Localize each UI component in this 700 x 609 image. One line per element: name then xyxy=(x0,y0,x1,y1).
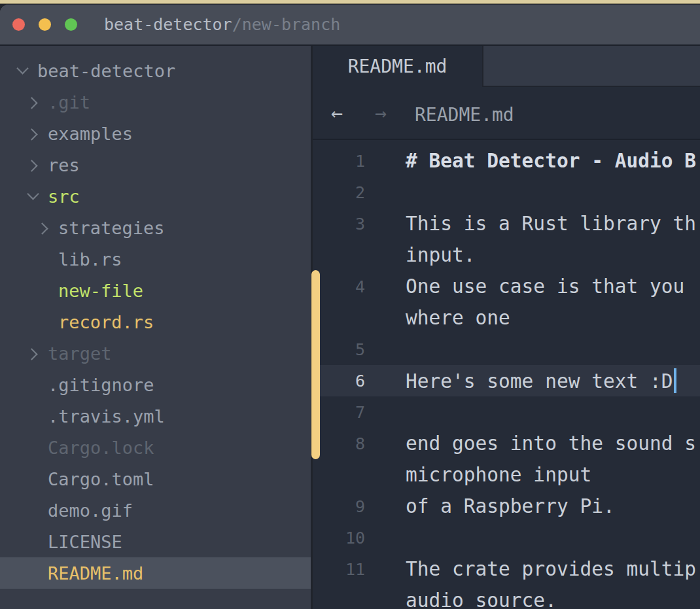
code-text: where one xyxy=(406,307,510,329)
code-text: The crate provides multip xyxy=(406,558,696,580)
file-tree-item-beat-detector[interactable]: beat-detector xyxy=(0,55,311,86)
code-line-wrap[interactable]: input. xyxy=(313,239,700,271)
file-tree-item-record-rs[interactable]: record.rs xyxy=(0,306,311,338)
chevron-placeholder xyxy=(25,440,41,455)
file-tree-label: target xyxy=(48,343,112,364)
chevron-down-icon[interactable] xyxy=(14,63,30,78)
line-number: 10 xyxy=(313,529,365,548)
file-tree-label: new-file xyxy=(58,281,143,301)
chevron-placeholder xyxy=(25,377,41,392)
chevron-placeholder xyxy=(25,502,41,518)
file-tree-item-lib-rs[interactable]: lib.rs xyxy=(0,243,311,275)
code-line-9[interactable]: 9of a Raspberry Pi. xyxy=(313,491,700,522)
file-tree-item-src[interactable]: src xyxy=(0,181,311,212)
file-tree-item-readme-md[interactable]: README.md xyxy=(0,557,311,589)
file-tree-label: record.rs xyxy=(58,312,154,332)
code-line-wrap[interactable]: where one xyxy=(313,302,700,334)
file-tree-item-new-file[interactable]: new-file xyxy=(0,275,311,306)
code-text: microphone input xyxy=(406,464,591,486)
editor-pane: README.md ← → README.md 1# Beat Detector… xyxy=(313,46,700,609)
file-tree-label: strategies xyxy=(58,218,165,238)
file-tree-label: lib.rs xyxy=(58,249,122,270)
file-tree-item--gitignore[interactable]: .gitignore xyxy=(0,369,311,400)
chevron-placeholder xyxy=(25,408,41,424)
file-tree-label: demo.gif xyxy=(48,500,133,521)
panel-resize-handle[interactable] xyxy=(311,270,320,459)
editor-window: beat-detector/new-branch beat-detector.g… xyxy=(0,5,700,609)
chevron-placeholder xyxy=(25,565,41,581)
minimize-window-button[interactable] xyxy=(39,18,51,31)
editor-toolbar: ← → README.md xyxy=(313,87,700,140)
code-line-3[interactable]: 3This is a Rust library th xyxy=(313,208,700,239)
code-line-6[interactable]: 6Here's some new text :D xyxy=(313,365,700,396)
window-title: beat-detector/new-branch xyxy=(104,15,340,34)
code-line-4[interactable]: 4One use case is that you xyxy=(313,271,700,302)
traffic-lights xyxy=(0,18,77,31)
code-text: Here's some new text :D xyxy=(406,368,676,393)
file-tree-item--git[interactable]: .git xyxy=(0,86,311,118)
code-line-11[interactable]: 11The crate provides multip xyxy=(313,553,700,585)
code-line-wrap[interactable]: microphone input xyxy=(313,459,700,491)
code-text: One use case is that you xyxy=(406,275,684,298)
navigate-back-button[interactable]: ← xyxy=(331,101,343,125)
project-panel: beat-detector.gitexamplesressrcstrategie… xyxy=(0,46,313,609)
file-tree-label: Cargo.toml xyxy=(48,469,154,489)
code-line-wrap[interactable]: audio source. xyxy=(313,585,700,609)
file-tree-item-res[interactable]: res xyxy=(0,149,311,181)
code-editor[interactable]: 1# Beat Detector - Audio B23This is a Ru… xyxy=(313,140,700,609)
window-titlebar[interactable]: beat-detector/new-branch xyxy=(0,5,700,44)
code-line-8[interactable]: 8end goes into the sound s xyxy=(313,428,700,459)
chevron-right-icon[interactable] xyxy=(25,126,41,141)
code-text: # Beat Detector - Audio B xyxy=(406,150,696,172)
code-text: input. xyxy=(406,244,476,266)
code-line-10[interactable]: 10 xyxy=(313,522,700,553)
file-tree-label: .travis.yml xyxy=(48,406,165,426)
code-line-2[interactable]: 2 xyxy=(313,177,700,208)
desktop-accent-strip xyxy=(0,0,700,4)
tab-readme[interactable]: README.md xyxy=(313,46,482,87)
navigate-forward-button[interactable]: → xyxy=(375,101,387,125)
chevron-right-icon[interactable] xyxy=(25,157,41,173)
chevron-placeholder xyxy=(35,251,51,267)
tab-bar: README.md xyxy=(313,46,700,87)
line-number: 4 xyxy=(313,277,365,296)
line-number: 2 xyxy=(313,183,365,202)
code-text: of a Raspberry Pi. xyxy=(406,495,615,517)
close-window-button[interactable] xyxy=(12,18,25,31)
code-text: end goes into the sound s xyxy=(406,432,696,455)
chevron-right-icon[interactable] xyxy=(25,345,41,361)
file-tree-item--travis-yml[interactable]: .travis.yml xyxy=(0,400,311,432)
line-number: 9 xyxy=(313,497,365,516)
project-name: beat-detector xyxy=(104,15,232,34)
file-tree-item-target[interactable]: target xyxy=(0,338,311,369)
breadcrumb[interactable]: README.md xyxy=(415,104,514,126)
file-tree-item-strategies[interactable]: strategies xyxy=(0,212,311,243)
zoom-window-button[interactable] xyxy=(65,18,77,31)
file-tree-label: src xyxy=(48,186,80,207)
tab-bar-empty-space[interactable] xyxy=(482,46,700,87)
chevron-down-icon[interactable] xyxy=(25,188,41,204)
file-tree-label: Cargo.lock xyxy=(48,438,154,458)
chevron-placeholder xyxy=(35,314,51,330)
code-line-1[interactable]: 1# Beat Detector - Audio B xyxy=(313,145,700,177)
code-text: This is a Rust library th xyxy=(406,213,696,235)
chevron-right-icon[interactable] xyxy=(25,94,41,110)
line-number: 6 xyxy=(313,372,365,391)
chevron-right-icon[interactable] xyxy=(35,220,51,235)
file-tree-item-license[interactable]: LICENSE xyxy=(0,526,311,557)
text-cursor xyxy=(674,368,676,393)
line-number: 8 xyxy=(313,434,365,453)
line-number: 5 xyxy=(313,340,365,359)
code-line-7[interactable]: 7 xyxy=(313,396,700,428)
file-tree-item-examples[interactable]: examples xyxy=(0,118,311,149)
line-number: 1 xyxy=(313,152,365,171)
code-line-5[interactable]: 5 xyxy=(313,334,700,365)
tab-label: README.md xyxy=(348,56,447,77)
line-number: 3 xyxy=(313,215,365,234)
line-number: 11 xyxy=(313,560,365,579)
file-tree-label: res xyxy=(48,155,80,175)
file-tree-item-demo-gif[interactable]: demo.gif xyxy=(0,495,311,526)
file-tree-item-cargo-toml[interactable]: Cargo.toml xyxy=(0,463,311,495)
file-tree-item-cargo-lock[interactable]: Cargo.lock xyxy=(0,432,311,463)
branch-name: /new-branch xyxy=(232,15,341,34)
